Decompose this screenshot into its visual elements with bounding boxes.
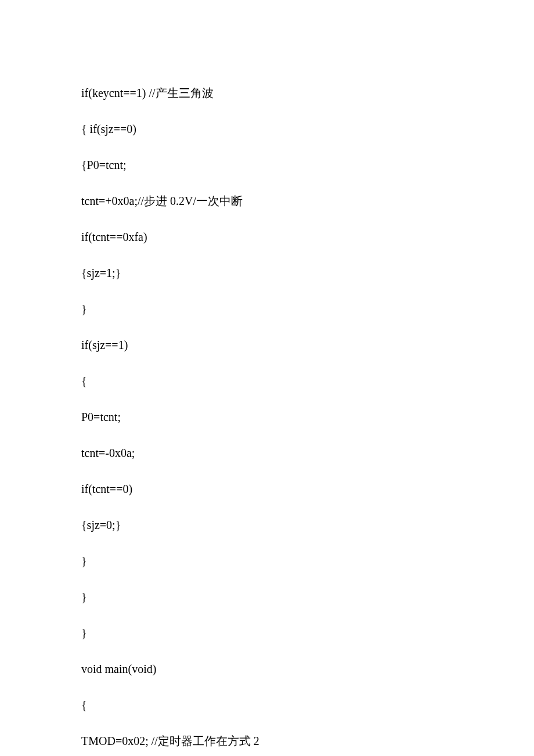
code-line: { bbox=[81, 372, 453, 390]
code-line: } bbox=[81, 552, 453, 570]
code-line: TMOD=0x02; //定时器工作在方式 2 bbox=[81, 732, 453, 750]
code-line: tcnt=-0x0a; bbox=[81, 444, 453, 462]
code-line: void main(void) bbox=[81, 660, 453, 678]
code-line: {sjz=1;} bbox=[81, 264, 453, 282]
document-page: if(keycnt==1) //产生三角波 { if(sjz==0) {P0=t… bbox=[0, 0, 534, 756]
code-line: if(sjz==1) bbox=[81, 336, 453, 354]
code-line: {P0=tcnt; bbox=[81, 156, 453, 174]
code-line: P0=tcnt; bbox=[81, 408, 453, 426]
code-line: } bbox=[81, 588, 453, 606]
code-line: } bbox=[81, 624, 453, 642]
code-line: if(tcnt==0) bbox=[81, 480, 453, 498]
code-line: { if(sjz==0) bbox=[81, 120, 453, 138]
code-line: if(tcnt==0xfa) bbox=[81, 228, 453, 246]
code-line: { bbox=[81, 696, 453, 714]
code-line: } bbox=[81, 300, 453, 318]
code-line: if(keycnt==1) //产生三角波 bbox=[81, 84, 453, 102]
code-line: tcnt=+0x0a;//步进 0.2V/一次中断 bbox=[81, 192, 453, 210]
code-line: {sjz=0;} bbox=[81, 516, 453, 534]
